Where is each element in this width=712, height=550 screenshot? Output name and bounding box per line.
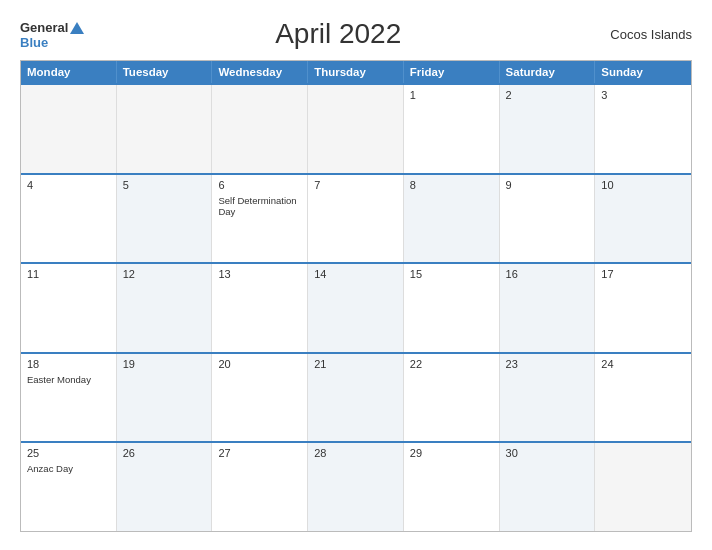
logo: General Blue (20, 18, 84, 50)
calendar-cell: 24 (595, 354, 691, 442)
calendar-cell: 2 (500, 85, 596, 173)
calendar-cell: 19 (117, 354, 213, 442)
day-number: 22 (410, 358, 493, 370)
calendar-cell: 4 (21, 175, 117, 263)
calendar-cell: 23 (500, 354, 596, 442)
day-number: 23 (506, 358, 589, 370)
calendar-cell: 27 (212, 443, 308, 531)
day-number: 5 (123, 179, 206, 191)
day-number: 21 (314, 358, 397, 370)
calendar-cell: 28 (308, 443, 404, 531)
day-number: 16 (506, 268, 589, 280)
day-number: 1 (410, 89, 493, 101)
calendar-cell: 18Easter Monday (21, 354, 117, 442)
calendar-cell (595, 443, 691, 531)
month-title: April 2022 (84, 18, 592, 50)
holiday-label: Easter Monday (27, 374, 110, 385)
calendar-cell: 26 (117, 443, 213, 531)
weekday-header-friday: Friday (404, 61, 500, 83)
day-number: 20 (218, 358, 301, 370)
calendar-cell (212, 85, 308, 173)
calendar-cell: 6Self Determination Day (212, 175, 308, 263)
calendar-cell: 7 (308, 175, 404, 263)
day-number: 13 (218, 268, 301, 280)
calendar-cell: 3 (595, 85, 691, 173)
calendar-cell: 11 (21, 264, 117, 352)
day-number: 15 (410, 268, 493, 280)
calendar-cell: 14 (308, 264, 404, 352)
day-number: 12 (123, 268, 206, 280)
calendar-week-4: 18Easter Monday192021222324 (21, 352, 691, 442)
calendar-cell: 30 (500, 443, 596, 531)
calendar-cell: 13 (212, 264, 308, 352)
calendar-header-row: MondayTuesdayWednesdayThursdayFridaySatu… (21, 61, 691, 83)
day-number: 10 (601, 179, 685, 191)
day-number: 17 (601, 268, 685, 280)
calendar-cell (117, 85, 213, 173)
calendar-cell: 25Anzac Day (21, 443, 117, 531)
day-number: 26 (123, 447, 206, 459)
day-number: 14 (314, 268, 397, 280)
day-number: 11 (27, 268, 110, 280)
day-number: 9 (506, 179, 589, 191)
day-number: 27 (218, 447, 301, 459)
logo-blue: Blue (20, 36, 84, 50)
calendar-cell: 5 (117, 175, 213, 263)
calendar-cell: 17 (595, 264, 691, 352)
calendar-cell: 15 (404, 264, 500, 352)
calendar-week-2: 456Self Determination Day78910 (21, 173, 691, 263)
calendar-grid: MondayTuesdayWednesdayThursdayFridaySatu… (20, 60, 692, 532)
calendar-cell: 16 (500, 264, 596, 352)
weekday-header-saturday: Saturday (500, 61, 596, 83)
calendar-cell: 20 (212, 354, 308, 442)
calendar-cell: 8 (404, 175, 500, 263)
calendar-cell: 10 (595, 175, 691, 263)
logo-general: General (20, 18, 84, 36)
weekday-header-sunday: Sunday (595, 61, 691, 83)
day-number: 3 (601, 89, 685, 101)
weekday-header-tuesday: Tuesday (117, 61, 213, 83)
day-number: 7 (314, 179, 397, 191)
calendar-cell: 22 (404, 354, 500, 442)
calendar-week-5: 25Anzac Day2627282930 (21, 441, 691, 531)
calendar-body: 123456Self Determination Day789101112131… (21, 83, 691, 531)
day-number: 2 (506, 89, 589, 101)
day-number: 29 (410, 447, 493, 459)
calendar-cell: 12 (117, 264, 213, 352)
weekday-header-wednesday: Wednesday (212, 61, 308, 83)
day-number: 24 (601, 358, 685, 370)
day-number: 19 (123, 358, 206, 370)
day-number: 25 (27, 447, 110, 459)
weekday-header-monday: Monday (21, 61, 117, 83)
calendar-cell (21, 85, 117, 173)
calendar-cell: 21 (308, 354, 404, 442)
calendar-cell: 9 (500, 175, 596, 263)
calendar-page: General Blue April 2022 Cocos Islands Mo… (0, 0, 712, 550)
calendar-header: General Blue April 2022 Cocos Islands (20, 18, 692, 50)
holiday-label: Self Determination Day (218, 195, 301, 218)
calendar-week-1: 123 (21, 83, 691, 173)
day-number: 18 (27, 358, 110, 370)
region-label: Cocos Islands (592, 27, 692, 42)
calendar-week-3: 11121314151617 (21, 262, 691, 352)
calendar-cell: 29 (404, 443, 500, 531)
day-number: 6 (218, 179, 301, 191)
day-number: 28 (314, 447, 397, 459)
calendar-cell (308, 85, 404, 173)
calendar-cell: 1 (404, 85, 500, 173)
day-number: 4 (27, 179, 110, 191)
day-number: 8 (410, 179, 493, 191)
logo-triangle-icon (70, 22, 84, 34)
weekday-header-thursday: Thursday (308, 61, 404, 83)
holiday-label: Anzac Day (27, 463, 110, 474)
day-number: 30 (506, 447, 589, 459)
